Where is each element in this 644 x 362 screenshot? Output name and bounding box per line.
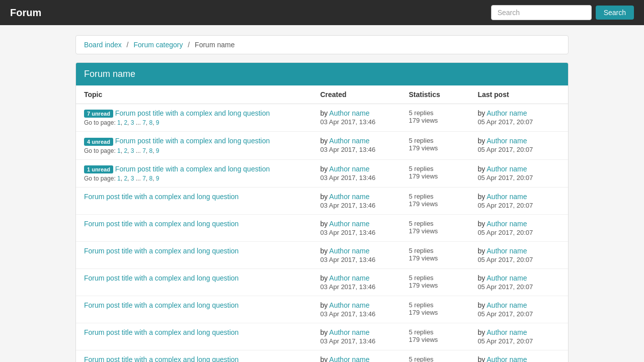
created-author-link[interactable]: Author name: [329, 137, 369, 145]
created-cell: by Author name03 Apr 2017, 13:46: [312, 104, 400, 132]
topic-title-link[interactable]: Forum post title with a complex and long…: [84, 355, 238, 362]
brand-link[interactable]: Forum: [10, 7, 41, 19]
search-input[interactable]: [491, 5, 592, 20]
replies-count: 5 replies: [409, 165, 461, 172]
search-button[interactable]: Search: [596, 6, 634, 20]
created-by-label: by: [320, 301, 329, 309]
lastpost-cell: by Author name05 Apr 2017, 20:07: [469, 268, 568, 296]
created-by-label: by: [320, 137, 329, 145]
topic-title-link[interactable]: Forum post title with a complex and long…: [84, 193, 238, 201]
navbar: Forum Search: [0, 0, 644, 25]
unread-badge: 7 unread: [84, 110, 113, 118]
topic-title-link[interactable]: Forum post title with a complex and long…: [84, 301, 238, 309]
page-link[interactable]: 1: [117, 147, 121, 154]
page-link[interactable]: 1: [117, 175, 121, 182]
stats-cell: 5 replies179 views: [400, 132, 469, 159]
created-author-link[interactable]: Author name: [329, 247, 369, 255]
stats-cell: 5 replies179 views: [400, 187, 469, 214]
created-by-label: by: [320, 220, 329, 228]
created-cell: by Author name03 Apr 2017, 13:46: [312, 159, 400, 187]
unread-badge: 4 unread: [84, 138, 113, 146]
views-count: 179 views: [409, 336, 461, 343]
replies-count: 5 replies: [409, 247, 461, 254]
created-author-link[interactable]: Author name: [329, 220, 369, 228]
created-author-link[interactable]: Author name: [329, 165, 369, 173]
last-author-link[interactable]: Author name: [487, 301, 527, 309]
topic-title-link[interactable]: Forum post title with a complex and long…: [115, 137, 270, 145]
page-link[interactable]: 8: [149, 147, 152, 154]
last-date: 05 Apr 2017, 20:07: [477, 174, 560, 182]
created-cell: by Author name03 Apr 2017, 13:46: [312, 350, 400, 362]
page-link[interactable]: 9: [156, 119, 159, 126]
breadcrumb-forum-category[interactable]: Forum category: [133, 41, 183, 49]
created-cell: by Author name03 Apr 2017, 13:46: [312, 214, 400, 241]
lastpost-cell: by Author name05 Apr 2017, 20:07: [469, 296, 568, 323]
page-link[interactable]: 9: [156, 147, 159, 154]
last-author-link[interactable]: Author name: [487, 355, 527, 362]
forum-panel-header: Forum name: [76, 63, 568, 85]
views-count: 179 views: [409, 144, 461, 152]
last-author-link[interactable]: Author name: [487, 274, 527, 282]
topic-title-link[interactable]: Forum post title with a complex and long…: [84, 274, 238, 282]
last-author-link[interactable]: Author name: [487, 328, 527, 336]
last-author-link[interactable]: Author name: [487, 193, 527, 201]
stats-cell: 5 replies179 views: [400, 268, 469, 296]
page-ellipsis: ...: [134, 175, 142, 182]
created-author-link[interactable]: Author name: [329, 328, 369, 336]
created-author-link[interactable]: Author name: [329, 193, 369, 201]
last-author-link[interactable]: Author name: [487, 109, 527, 117]
created-cell: by Author name03 Apr 2017, 13:46: [312, 187, 400, 214]
replies-count: 5 replies: [409, 137, 461, 144]
created-date: 03 Apr 2017, 13:46: [320, 337, 392, 345]
topic-cell: Forum post title with a complex and long…: [76, 268, 312, 296]
created-author-link[interactable]: Author name: [329, 109, 369, 117]
created-author-link[interactable]: Author name: [329, 355, 369, 362]
last-author-link[interactable]: Author name: [487, 165, 527, 173]
page-link[interactable]: 8: [149, 119, 152, 126]
col-header-topic: Topic: [76, 85, 312, 104]
topic-cell: 1 unreadForum post title with a complex …: [76, 159, 312, 187]
page-link[interactable]: 2: [124, 147, 127, 154]
created-date: 03 Apr 2017, 13:46: [320, 174, 392, 182]
forum-panel: Forum name Topic Created Statistics Last…: [75, 62, 569, 362]
page-link[interactable]: 7: [142, 175, 146, 182]
topic-title-link[interactable]: Forum post title with a complex and long…: [84, 220, 238, 228]
last-by-label: by: [477, 274, 487, 282]
unread-badge: 1 unread: [84, 165, 113, 173]
last-by-label: by: [477, 355, 487, 362]
page-link[interactable]: 7: [142, 147, 146, 154]
last-by-label: by: [477, 109, 487, 117]
goto-page: Go to page: 1, 2, 3 ... 7, 8, 9: [84, 147, 304, 154]
goto-page: Go to page: 1, 2, 3 ... 7, 8, 9: [84, 175, 304, 182]
page-link[interactable]: 7: [142, 119, 146, 126]
lastpost-cell: by Author name05 Apr 2017, 20:07: [469, 159, 568, 187]
breadcrumb: Board index / Forum category / Forum nam…: [75, 35, 569, 54]
topic-title-link[interactable]: Forum post title with a complex and long…: [84, 328, 238, 336]
last-author-link[interactable]: Author name: [487, 247, 527, 255]
last-date: 05 Apr 2017, 20:07: [477, 337, 560, 345]
topic-cell: Forum post title with a complex and long…: [76, 350, 312, 362]
page-link[interactable]: 8: [149, 175, 152, 182]
lastpost-cell: by Author name05 Apr 2017, 20:07: [469, 214, 568, 241]
views-count: 179 views: [409, 172, 461, 180]
topic-title-link[interactable]: Forum post title with a complex and long…: [84, 247, 238, 255]
created-cell: by Author name03 Apr 2017, 13:46: [312, 132, 400, 159]
last-by-label: by: [477, 137, 487, 145]
views-count: 179 views: [409, 117, 461, 124]
last-date: 05 Apr 2017, 20:07: [477, 118, 560, 126]
table-row: 4 unreadForum post title with a complex …: [76, 132, 568, 159]
created-author-link[interactable]: Author name: [329, 301, 369, 309]
page-link[interactable]: 2: [124, 175, 127, 182]
created-date: 03 Apr 2017, 13:46: [320, 283, 392, 291]
created-by-label: by: [320, 355, 329, 362]
last-author-link[interactable]: Author name: [487, 220, 527, 228]
last-by-label: by: [477, 301, 487, 309]
topic-title-link[interactable]: Forum post title with a complex and long…: [115, 109, 270, 117]
created-author-link[interactable]: Author name: [329, 274, 369, 282]
page-link[interactable]: 9: [156, 175, 159, 182]
page-link[interactable]: 1: [117, 119, 121, 126]
topic-title-link[interactable]: Forum post title with a complex and long…: [115, 165, 270, 173]
page-link[interactable]: 2: [124, 119, 127, 126]
breadcrumb-board-index[interactable]: Board index: [84, 41, 122, 49]
last-author-link[interactable]: Author name: [487, 137, 527, 145]
